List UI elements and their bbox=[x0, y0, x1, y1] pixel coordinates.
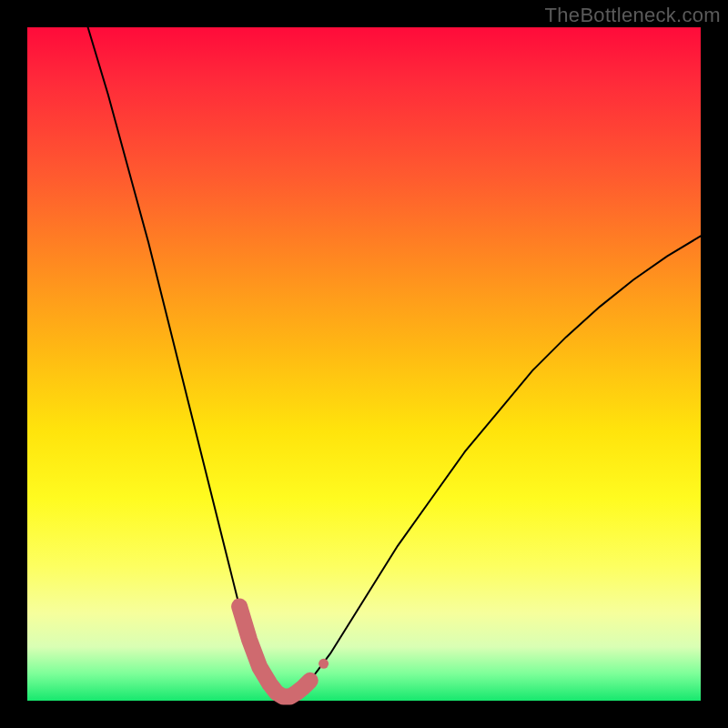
curve-layer bbox=[27, 27, 701, 701]
chart-frame: TheBottleneck.com bbox=[0, 0, 728, 728]
bottleneck-curve bbox=[88, 27, 701, 697]
extra-marker-dot bbox=[318, 659, 329, 669]
optimal-range-band bbox=[239, 606, 310, 696]
watermark-text: TheBottleneck.com bbox=[545, 4, 721, 27]
optimal-range-markers bbox=[239, 606, 310, 696]
